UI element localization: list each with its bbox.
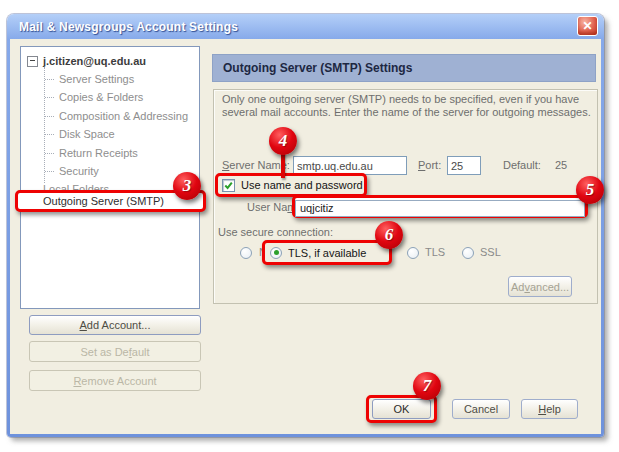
set-as-default-button[interactable]: Set as Default (29, 341, 201, 362)
annotation-step-6: 6 (375, 221, 403, 249)
highlight-user-name (292, 195, 588, 218)
panel-header: Outgoing Server (SMTP) Settings (212, 54, 596, 82)
dialog-body: j.citizen@uq.edu.au Server Settings Copi… (10, 39, 601, 434)
radio-tls[interactable] (407, 247, 419, 259)
account-settings-dialog: Mail & Newsgroups Account Settings ✕ j.c… (7, 14, 604, 437)
advanced-button[interactable]: Advanced... (508, 276, 572, 297)
radio-tls-if-available-label: TLS, if available (288, 247, 366, 259)
annotation-step-5: 5 (576, 176, 604, 204)
help-button[interactable]: Help (521, 399, 578, 419)
annotation-step-3: 3 (173, 172, 201, 200)
window-title: Mail & Newsgroups Account Settings (10, 20, 238, 34)
title-bar: Mail & Newsgroups Account Settings ✕ (10, 14, 601, 39)
radio-tls-label: TLS (425, 246, 445, 258)
port-input[interactable] (447, 156, 481, 175)
add-account-button[interactable]: Add Account... (29, 315, 201, 335)
radio-no[interactable] (240, 247, 252, 259)
checkmark-icon (223, 180, 234, 191)
collapse-icon[interactable] (27, 56, 38, 67)
description-text: Only one outgoing server (SMTP) needs to… (222, 93, 594, 120)
highlight-use-name-password: Use name and password (215, 173, 367, 197)
tree-item-disk-space[interactable]: Disk Space (21, 125, 199, 143)
account-tree: j.citizen@uq.edu.au Server Settings Copi… (20, 46, 200, 309)
user-name-input[interactable] (295, 200, 585, 217)
secure-connection-label: Use secure connection: (218, 226, 333, 238)
remove-account-button[interactable]: Remove Account (29, 370, 201, 391)
account-name: j.citizen@uq.edu.au (43, 55, 146, 67)
ok-button[interactable]: OK (372, 399, 431, 419)
close-icon[interactable]: ✕ (577, 16, 598, 36)
default-port-value: 25 (555, 159, 567, 171)
server-name-label: Server Name: (222, 159, 290, 171)
radio-tls-if-available[interactable] (270, 247, 282, 259)
cancel-button[interactable]: Cancel (452, 399, 510, 419)
annotation-step-7: 7 (413, 372, 441, 400)
tree-item-copies-folders[interactable]: Copies & Folders (21, 88, 199, 106)
tree-item-account[interactable]: j.citizen@uq.edu.au (21, 52, 199, 70)
use-name-password-checkbox[interactable] (222, 179, 235, 192)
annotation-step-4-pointer (281, 151, 285, 178)
port-label: Port: (418, 159, 441, 171)
annotation-step-4: 4 (269, 127, 297, 155)
highlight-tls-if-available: TLS, if available (262, 240, 392, 265)
radio-ssl-label: SSL (480, 246, 501, 258)
tree-item-outgoing-server[interactable]: Outgoing Server (SMTP) (18, 193, 203, 209)
default-port-label: Default: (503, 159, 541, 171)
use-name-password-label: Use name and password (241, 179, 363, 191)
tree-item-security[interactable]: Security (21, 162, 199, 180)
account-subtree: Server Settings Copies & Folders Composi… (21, 70, 199, 180)
tree-item-server-settings[interactable]: Server Settings (21, 70, 199, 88)
tree-item-composition-addressing[interactable]: Composition & Addressing (21, 107, 199, 125)
radio-ssl[interactable] (462, 247, 474, 259)
tree-item-return-receipts[interactable]: Return Receipts (21, 144, 199, 162)
